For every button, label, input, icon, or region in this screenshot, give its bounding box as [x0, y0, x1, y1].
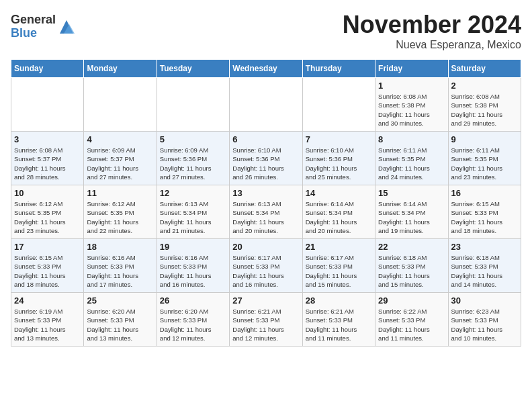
calendar-cell: 24Sunrise: 6:19 AM Sunset: 5:33 PM Dayli… — [11, 293, 84, 347]
day-detail: Sunrise: 6:09 AM Sunset: 5:36 PM Dayligh… — [160, 146, 226, 181]
day-detail: Sunrise: 6:10 AM Sunset: 5:36 PM Dayligh… — [306, 146, 372, 181]
logo-icon — [57, 17, 76, 36]
logo: General Blue — [11, 13, 76, 40]
calendar-cell: 10Sunrise: 6:12 AM Sunset: 5:35 PM Dayli… — [11, 185, 84, 239]
calendar-cell: 22Sunrise: 6:18 AM Sunset: 5:33 PM Dayli… — [375, 239, 448, 293]
day-number: 28 — [306, 295, 372, 306]
day-number: 2 — [451, 81, 518, 91]
calendar-cell: 1Sunrise: 6:08 AM Sunset: 5:38 PM Daylig… — [375, 78, 448, 132]
calendar-cell: 13Sunrise: 6:13 AM Sunset: 5:34 PM Dayli… — [230, 185, 302, 239]
day-detail: Sunrise: 6:12 AM Sunset: 5:35 PM Dayligh… — [87, 199, 153, 235]
day-detail: Sunrise: 6:08 AM Sunset: 5:38 PM Dayligh… — [451, 92, 518, 128]
day-number: 27 — [232, 295, 299, 306]
day-detail: Sunrise: 6:22 AM Sunset: 5:33 PM Dayligh… — [378, 307, 445, 342]
calendar-header-row: SundayMondayTuesdayWednesdayThursdayFrid… — [11, 60, 521, 78]
calendar-cell — [302, 78, 375, 132]
calendar-cell: 6Sunrise: 6:10 AM Sunset: 5:36 PM Daylig… — [230, 132, 302, 185]
header-thursday: Thursday — [302, 60, 375, 78]
day-number: 3 — [14, 134, 81, 144]
day-detail: Sunrise: 6:19 AM Sunset: 5:33 PM Dayligh… — [14, 307, 81, 342]
day-detail: Sunrise: 6:16 AM Sunset: 5:33 PM Dayligh… — [87, 253, 153, 289]
day-number: 6 — [232, 134, 299, 144]
location-subtitle: Nueva Esperanza, Mexico — [343, 39, 521, 51]
day-number: 15 — [378, 188, 445, 198]
calendar-week-row: 24Sunrise: 6:19 AM Sunset: 5:33 PM Dayli… — [11, 293, 521, 347]
day-number: 17 — [14, 242, 81, 252]
header-saturday: Saturday — [448, 60, 521, 78]
calendar-cell: 16Sunrise: 6:15 AM Sunset: 5:33 PM Dayli… — [448, 185, 521, 239]
calendar-week-row: 10Sunrise: 6:12 AM Sunset: 5:35 PM Dayli… — [11, 185, 521, 239]
day-detail: Sunrise: 6:13 AM Sunset: 5:34 PM Dayligh… — [232, 199, 299, 235]
day-number: 26 — [160, 295, 226, 306]
day-detail: Sunrise: 6:09 AM Sunset: 5:37 PM Dayligh… — [87, 146, 153, 181]
day-number: 12 — [160, 188, 226, 198]
day-number: 13 — [232, 188, 299, 198]
calendar-week-row: 1Sunrise: 6:08 AM Sunset: 5:38 PM Daylig… — [11, 78, 521, 132]
day-detail: Sunrise: 6:14 AM Sunset: 5:34 PM Dayligh… — [306, 199, 372, 235]
page-header: General Blue November 2024 Nueva Esperan… — [11, 11, 521, 51]
day-number: 19 — [160, 242, 226, 252]
calendar-cell: 8Sunrise: 6:11 AM Sunset: 5:35 PM Daylig… — [375, 132, 448, 185]
calendar-cell: 7Sunrise: 6:10 AM Sunset: 5:36 PM Daylig… — [302, 132, 375, 185]
day-number: 4 — [87, 134, 153, 144]
day-detail: Sunrise: 6:16 AM Sunset: 5:33 PM Dayligh… — [160, 253, 226, 289]
calendar-cell: 11Sunrise: 6:12 AM Sunset: 5:35 PM Dayli… — [84, 185, 157, 239]
day-detail: Sunrise: 6:21 AM Sunset: 5:33 PM Dayligh… — [232, 307, 299, 342]
calendar-table: SundayMondayTuesdayWednesdayThursdayFrid… — [11, 59, 521, 347]
day-detail: Sunrise: 6:17 AM Sunset: 5:33 PM Dayligh… — [232, 253, 299, 289]
day-number: 30 — [451, 295, 518, 306]
day-number: 5 — [160, 134, 226, 144]
calendar-cell: 17Sunrise: 6:15 AM Sunset: 5:33 PM Dayli… — [11, 239, 84, 293]
calendar-cell: 20Sunrise: 6:17 AM Sunset: 5:33 PM Dayli… — [230, 239, 302, 293]
day-number: 29 — [378, 295, 445, 306]
calendar-cell — [11, 78, 84, 132]
day-detail: Sunrise: 6:08 AM Sunset: 5:38 PM Dayligh… — [378, 92, 445, 128]
day-number: 22 — [378, 242, 445, 252]
day-number: 20 — [232, 242, 299, 252]
calendar-cell: 18Sunrise: 6:16 AM Sunset: 5:33 PM Dayli… — [84, 239, 157, 293]
day-number: 16 — [451, 188, 518, 198]
calendar-cell: 23Sunrise: 6:18 AM Sunset: 5:33 PM Dayli… — [448, 239, 521, 293]
day-detail: Sunrise: 6:18 AM Sunset: 5:33 PM Dayligh… — [378, 253, 445, 289]
calendar-cell: 14Sunrise: 6:14 AM Sunset: 5:34 PM Dayli… — [302, 185, 375, 239]
day-number: 10 — [14, 188, 81, 198]
day-number: 11 — [87, 188, 153, 198]
day-detail: Sunrise: 6:18 AM Sunset: 5:33 PM Dayligh… — [451, 253, 518, 289]
calendar-cell: 25Sunrise: 6:20 AM Sunset: 5:33 PM Dayli… — [84, 293, 157, 347]
calendar-cell: 5Sunrise: 6:09 AM Sunset: 5:36 PM Daylig… — [157, 132, 229, 185]
day-number: 18 — [87, 242, 153, 252]
day-number: 1 — [378, 81, 445, 91]
day-detail: Sunrise: 6:15 AM Sunset: 5:33 PM Dayligh… — [451, 199, 518, 235]
day-number: 21 — [306, 242, 372, 252]
day-detail: Sunrise: 6:13 AM Sunset: 5:34 PM Dayligh… — [160, 199, 226, 235]
day-detail: Sunrise: 6:08 AM Sunset: 5:37 PM Dayligh… — [14, 146, 81, 181]
day-number: 8 — [378, 134, 445, 144]
day-number: 9 — [451, 134, 518, 144]
calendar-week-row: 3Sunrise: 6:08 AM Sunset: 5:37 PM Daylig… — [11, 132, 521, 185]
header-friday: Friday — [375, 60, 448, 78]
header-monday: Monday — [84, 60, 157, 78]
header-tuesday: Tuesday — [157, 60, 229, 78]
month-title: November 2024 — [343, 11, 521, 39]
header-wednesday: Wednesday — [230, 60, 302, 78]
calendar-cell — [230, 78, 302, 132]
day-detail: Sunrise: 6:17 AM Sunset: 5:33 PM Dayligh… — [306, 253, 372, 289]
day-number: 14 — [306, 188, 372, 198]
calendar-cell: 12Sunrise: 6:13 AM Sunset: 5:34 PM Dayli… — [157, 185, 229, 239]
calendar-cell: 4Sunrise: 6:09 AM Sunset: 5:37 PM Daylig… — [84, 132, 157, 185]
day-detail: Sunrise: 6:12 AM Sunset: 5:35 PM Dayligh… — [14, 199, 81, 235]
day-detail: Sunrise: 6:15 AM Sunset: 5:33 PM Dayligh… — [14, 253, 81, 289]
day-detail: Sunrise: 6:11 AM Sunset: 5:35 PM Dayligh… — [378, 146, 445, 181]
calendar-cell — [84, 78, 157, 132]
day-detail: Sunrise: 6:20 AM Sunset: 5:33 PM Dayligh… — [87, 307, 153, 342]
calendar-cell: 26Sunrise: 6:20 AM Sunset: 5:33 PM Dayli… — [157, 293, 229, 347]
day-detail: Sunrise: 6:21 AM Sunset: 5:33 PM Dayligh… — [306, 307, 372, 342]
calendar-cell: 28Sunrise: 6:21 AM Sunset: 5:33 PM Dayli… — [302, 293, 375, 347]
calendar-cell: 9Sunrise: 6:11 AM Sunset: 5:35 PM Daylig… — [448, 132, 521, 185]
logo-general-text: General — [11, 13, 56, 27]
calendar-cell: 27Sunrise: 6:21 AM Sunset: 5:33 PM Dayli… — [230, 293, 302, 347]
calendar-cell: 19Sunrise: 6:16 AM Sunset: 5:33 PM Dayli… — [157, 239, 229, 293]
calendar-week-row: 17Sunrise: 6:15 AM Sunset: 5:33 PM Dayli… — [11, 239, 521, 293]
logo-blue-text: Blue — [11, 27, 56, 40]
day-detail: Sunrise: 6:10 AM Sunset: 5:36 PM Dayligh… — [232, 146, 299, 181]
